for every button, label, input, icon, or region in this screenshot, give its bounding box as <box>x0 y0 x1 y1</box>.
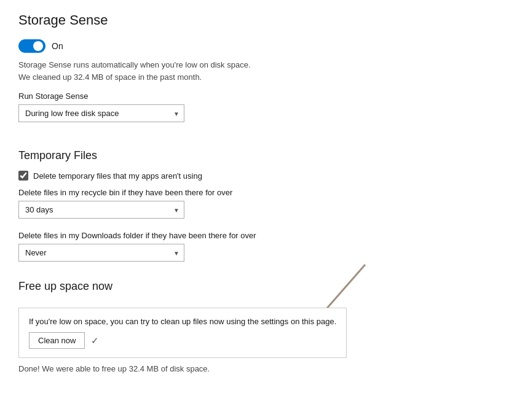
downloads-select[interactable]: Never 1 day 14 days 30 days 60 days <box>18 244 184 262</box>
delete-temp-files-row: Delete temporary files that my apps aren… <box>18 171 510 181</box>
free-up-section: Free up space now If you're low on space… <box>18 280 510 373</box>
delete-temp-files-label: Delete temporary files that my apps aren… <box>33 171 202 181</box>
free-up-title: Free up space now <box>18 280 510 293</box>
recycle-bin-select[interactable]: Never 1 day 14 days 30 days 60 days <box>18 201 184 219</box>
checkmark-icon: ✓ <box>91 335 99 346</box>
clean-box-container: If you're low on space, you can try to c… <box>18 301 347 358</box>
delete-temp-files-checkbox[interactable] <box>18 171 28 181</box>
storage-sense-toggle[interactable] <box>18 39 45 53</box>
description-line1: Storage Sense runs automatically when yo… <box>18 60 251 69</box>
run-storage-sense-label: Run Storage Sense <box>18 91 510 101</box>
description-line2: We cleaned up 32.4 MB of space in the pa… <box>18 72 202 82</box>
storage-sense-description: Storage Sense runs automatically when yo… <box>18 59 510 83</box>
recycle-bin-select-wrapper: Never 1 day 14 days 30 days 60 days ▼ <box>18 201 184 219</box>
page-title: Storage Sense <box>18 12 510 28</box>
storage-sense-toggle-row: On <box>18 39 510 53</box>
toggle-label: On <box>52 41 63 51</box>
clean-now-row: Clean now ✓ <box>29 332 336 349</box>
downloads-select-wrapper: Never 1 day 14 days 30 days 60 days ▼ <box>18 244 184 262</box>
run-storage-sense-select-wrapper: During low free disk space Every day Eve… <box>18 104 184 122</box>
temporary-files-title: Temporary Files <box>18 149 510 162</box>
downloads-label: Delete files in my Downloads folder if t… <box>18 231 510 240</box>
recycle-bin-label: Delete files in my recycle bin if they h… <box>18 188 510 197</box>
clean-now-button[interactable]: Clean now <box>29 332 85 349</box>
run-storage-sense-select[interactable]: During low free disk space Every day Eve… <box>18 104 184 122</box>
success-text: Done! We were able to free up 32.4 MB of… <box>18 364 510 373</box>
clean-box-description: If you're low on space, you can try to c… <box>29 317 336 326</box>
clean-box: If you're low on space, you can try to c… <box>18 308 347 358</box>
toggle-track <box>18 39 45 53</box>
toggle-thumb <box>33 41 43 51</box>
